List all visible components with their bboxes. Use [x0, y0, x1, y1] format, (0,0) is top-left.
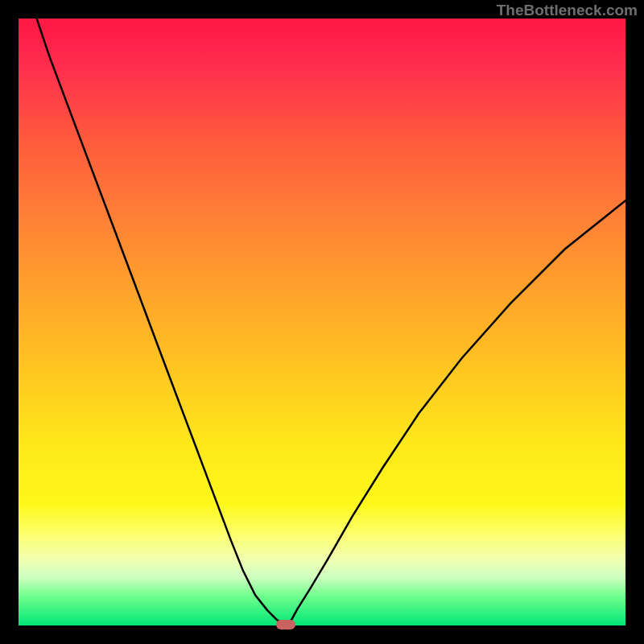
curve-path [37, 19, 625, 625]
optimum-marker [276, 620, 295, 630]
plot-area [19, 19, 625, 625]
watermark-text: TheBottleneck.com [497, 2, 638, 19]
bottleneck-curve [19, 19, 625, 625]
chart-frame: TheBottleneck.com [0, 0, 644, 644]
